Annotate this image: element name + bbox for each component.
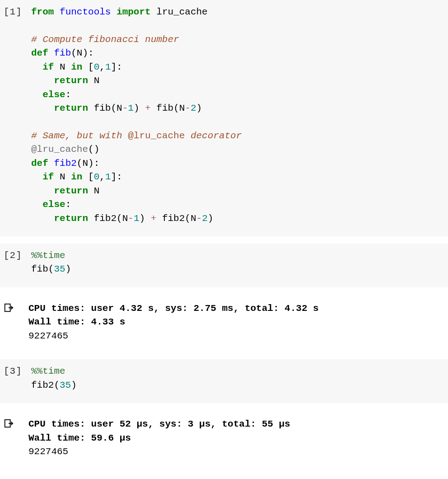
code-token: )	[139, 213, 150, 224]
code-token	[31, 103, 54, 113]
code-token: # Compute fibonacci number	[31, 34, 179, 45]
code-content[interactable]: from functools import lru_cache # Comput…	[31, 5, 444, 225]
code-token	[31, 186, 54, 196]
code-token: # Same, but with	[31, 131, 128, 141]
code-token: (N):	[71, 48, 93, 58]
code-token: %%time	[31, 250, 65, 261]
code-token: def	[31, 158, 48, 169]
code-token: ]:	[111, 62, 122, 72]
code-token: functools	[60, 7, 111, 17]
code-token	[48, 158, 54, 169]
code-token: -	[122, 103, 128, 113]
code-cell: [2]%%time fib(35)	[0, 244, 448, 287]
code-token: 9227465	[28, 331, 68, 341]
code-token	[31, 213, 54, 224]
code-token: import	[117, 7, 151, 17]
code-token	[151, 7, 157, 17]
code-token: 1	[105, 172, 111, 182]
code-token: lru_cache	[156, 7, 207, 17]
code-token: in	[71, 62, 82, 72]
cell-gap	[0, 236, 448, 244]
code-token: -	[128, 213, 134, 224]
code-token	[31, 62, 42, 72]
code-token: fib2(	[31, 380, 60, 390]
output-icon	[4, 418, 28, 428]
code-content[interactable]: %%time fib2(35)	[31, 365, 444, 392]
code-token	[48, 48, 54, 58]
code-cell: [1]from functools import lru_cache # Com…	[0, 0, 448, 236]
code-token: -	[196, 213, 202, 224]
code-token: if	[42, 172, 54, 182]
code-token	[31, 89, 42, 100]
code-token: [	[82, 172, 93, 182]
code-token: return	[54, 75, 88, 86]
code-token: @lru_cache	[31, 144, 88, 155]
code-token	[31, 75, 54, 86]
output-cell: CPU times: user 52 µs, sys: 3 µs, total:…	[0, 410, 448, 468]
code-token: )	[208, 213, 214, 224]
code-token: +	[145, 103, 151, 113]
code-token: )	[196, 103, 202, 113]
code-token: 1	[128, 103, 134, 113]
code-token: return	[54, 103, 88, 113]
code-token: ]:	[111, 172, 122, 182]
code-token: fib2(N	[156, 213, 196, 224]
code-cell: [3]%%time fib2(35)	[0, 359, 448, 403]
code-token: N	[88, 186, 99, 196]
code-token: CPU times: user 4.32 s, sys: 2.75 ms, to…	[28, 303, 319, 327]
code-token: %%time	[31, 366, 65, 376]
cell-prompt: [1]	[4, 5, 31, 19]
code-token: 9227465	[28, 446, 68, 457]
code-token: +	[151, 213, 157, 224]
code-token: fib2(N	[88, 213, 128, 224]
code-token: 0	[94, 172, 100, 182]
code-token: )	[71, 380, 77, 390]
code-token: in	[71, 172, 82, 182]
output-cell: CPU times: user 4.32 s, sys: 2.75 ms, to…	[0, 295, 448, 352]
output-content: CPU times: user 52 µs, sys: 3 µs, total:…	[28, 418, 444, 459]
code-token: N	[54, 62, 71, 72]
code-token: 1	[134, 213, 140, 224]
output-icon	[4, 303, 28, 313]
code-token	[111, 7, 117, 17]
code-token: if	[42, 62, 54, 72]
code-token	[31, 172, 42, 182]
code-token: decorator	[185, 131, 242, 141]
code-token: 2	[191, 103, 196, 113]
code-token: return	[54, 213, 88, 224]
code-token: else	[42, 89, 65, 100]
code-token: fib(N	[88, 103, 122, 113]
code-token: [	[82, 62, 93, 72]
code-token: N	[54, 172, 71, 182]
code-token: fib(N	[151, 103, 185, 113]
cell-gap	[0, 403, 448, 410]
notebook-root: [1]from functools import lru_cache # Com…	[0, 0, 448, 468]
code-token: N	[88, 75, 99, 86]
code-token: ,	[99, 62, 105, 72]
output-content: CPU times: user 4.32 s, sys: 2.75 ms, to…	[28, 302, 444, 343]
code-token: (N):	[77, 158, 99, 169]
code-token: return	[54, 186, 88, 196]
code-token: from	[31, 7, 54, 17]
code-token: 35	[54, 264, 65, 274]
code-token: fib2	[54, 158, 76, 169]
code-token: 1	[105, 62, 111, 72]
cell-prompt: [2]	[4, 249, 31, 263]
code-token	[31, 199, 42, 210]
code-token: )	[134, 103, 145, 113]
cell-gap	[0, 352, 448, 359]
code-token: 35	[60, 380, 71, 390]
code-token: fib(	[31, 264, 54, 274]
code-token: def	[31, 48, 48, 58]
code-token: ,	[99, 172, 105, 182]
cell-prompt: [3]	[4, 365, 31, 378]
code-token: )	[65, 264, 71, 274]
code-token: fib	[54, 48, 71, 58]
code-content[interactable]: %%time fib(35)	[31, 249, 444, 277]
code-token: -	[185, 103, 191, 113]
code-token: @lru_cache	[128, 131, 185, 141]
cell-gap	[0, 287, 448, 295]
code-token: ()	[88, 144, 99, 155]
code-token: CPU times: user 52 µs, sys: 3 µs, total:…	[28, 419, 290, 443]
code-token: :	[65, 199, 71, 210]
